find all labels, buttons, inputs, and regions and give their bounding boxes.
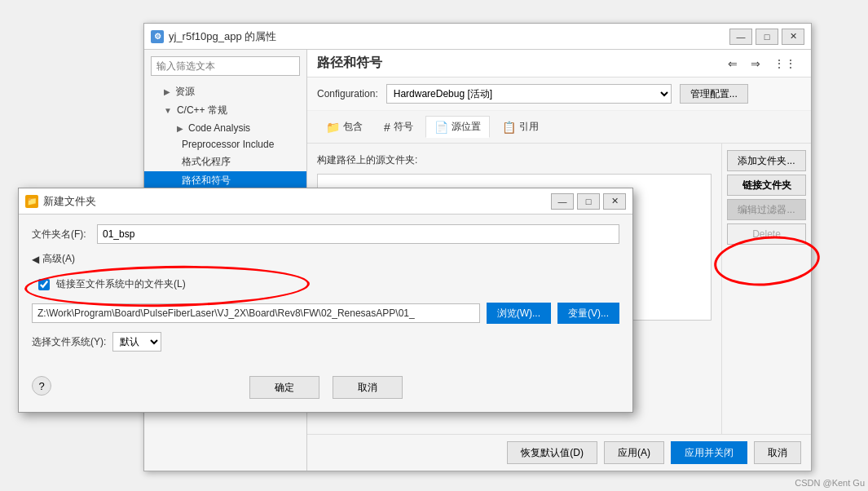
dialog-title-text: 新建文件夹 [43,194,96,209]
folder-name-input[interactable] [97,224,619,244]
tab-source-label: 源位置 [452,120,481,134]
path-row: 浏览(W)... 变量(V)... [32,303,619,324]
browse-btn[interactable]: 浏览(W)... [487,303,551,324]
expand-arrow-cpp: ▼ [164,106,172,115]
advanced-section[interactable]: ◀ 高级(A) [32,252,619,266]
minimize-btn[interactable]: — [729,29,752,45]
link-filesystem-checkbox[interactable] [38,279,50,290]
watermark: CSDN @Kent Gu [795,478,865,488]
props-title-icon: ⚙ [151,30,164,43]
filesystem-label: 选择文件系统(Y): [32,335,106,349]
nav-forward-btn[interactable]: ⇒ [746,55,765,72]
content-header: 路径和符号 ⇐ ⇒ ⋮⋮ [307,50,811,77]
add-folder-btn[interactable]: 添加文件夹... [727,150,806,171]
sidebar-label-code-analysis: Code Analysis [188,122,250,134]
path-input[interactable] [32,303,480,323]
sidebar-item-cpp-common[interactable]: ▼ C/C++ 常规 [144,101,306,120]
help-btn[interactable]: ? [32,376,51,396]
nav-more-btn[interactable]: ⋮⋮ [769,55,801,72]
source-icon: 📄 [434,121,448,134]
config-row: Configuration: HardwareDebug [活动] 管理配置..… [307,77,811,111]
sidebar-label-cpp: C/C++ 常规 [177,104,227,117]
delete-btn[interactable]: Delete [727,223,806,245]
sidebar-label-preprocessor: Preprocessor Include [182,139,274,150]
sidebar-label-path: 路径和符号 [182,174,231,188]
edit-filter-btn[interactable]: 编辑过滤器... [727,199,806,220]
sidebar-item-format[interactable]: 格式化程序 [144,153,306,171]
tab-refs-label: 引用 [519,120,539,134]
window-controls: — □ ✕ [729,29,804,45]
dialog-maximize-btn[interactable]: □ [577,193,600,210]
symbols-icon: # [384,121,390,134]
restore-defaults-btn[interactable]: 恢复默认值(D) [507,441,597,464]
advanced-label: 高级(A) [42,252,75,266]
props-window-title: yj_r5f10pg_app 的属性 [169,29,276,44]
content-title: 路径和符号 [317,55,382,72]
advanced-arrow: ◀ [32,254,39,265]
config-label: Configuration: [317,88,378,100]
tab-symbols[interactable]: # 符号 [375,116,422,138]
cancel-props-btn[interactable]: 取消 [754,441,801,464]
header-nav: ⇐ ⇒ ⋮⋮ [723,55,801,72]
folder-name-label: 文件夹名(F): [32,228,89,241]
checkbox-label: 链接至文件系统中的文件夹(L) [56,277,186,291]
content-right-col: 添加文件夹... 链接文件夹 编辑过滤器... Delete [721,144,811,434]
sidebar-search-container [151,56,300,76]
dialog-cancel-btn[interactable]: 取消 [333,376,403,399]
apply-close-btn[interactable]: 应用并关闭 [671,441,747,464]
tab-source-location[interactable]: 📄 源位置 [425,116,490,138]
props-titlebar: ⚙ yj_r5f10pg_app 的属性 — □ ✕ [144,24,811,50]
sidebar-item-resources[interactable]: ▶ 资源 [144,82,306,101]
dialog-ok-btn[interactable]: 确定 [249,376,319,399]
config-select[interactable]: HardwareDebug [活动] [386,84,672,104]
props-title-left: ⚙ yj_r5f10pg_app 的属性 [151,29,276,44]
checkbox-row: 链接至文件系统中的文件夹(L) [32,274,619,294]
dialog-minimize-btn[interactable]: — [551,193,574,210]
sidebar-label-format: 格式化程序 [182,155,231,169]
apply-btn[interactable]: 应用(A) [604,441,664,464]
tabs-row: 📁 包含 # 符号 📄 源位置 📋 引用 [307,111,811,144]
expand-arrow: ▶ [164,87,170,96]
new-folder-dialog: 📁 新建文件夹 — □ ✕ 文件夹名(F): ◀ 高级(A) 链接至文件系统中的… [18,188,633,413]
tab-includes-label: 包含 [343,120,363,134]
folder-name-row: 文件夹名(F): [32,224,619,244]
dialog-titlebar: 📁 新建文件夹 — □ ✕ [19,188,632,215]
bottom-footer: 恢复默认值(D) 应用(A) 应用并关闭 取消 [307,434,811,471]
source-section-title: 构建路径上的源文件夹: [317,153,712,167]
sidebar-label-resources: 资源 [175,85,195,99]
vars-btn[interactable]: 变量(V)... [557,303,619,324]
tab-references[interactable]: 📋 引用 [493,116,548,138]
dialog-close-btn[interactable]: ✕ [603,193,626,210]
sidebar-item-code-analysis[interactable]: ▶ Code Analysis [144,120,306,136]
dialog-window-controls: — □ ✕ [551,193,626,210]
dialog-footer: ? 确定 取消 [19,369,632,412]
filesystem-row: 选择文件系统(Y): 默认 [32,332,619,352]
nav-back-btn[interactable]: ⇐ [723,55,742,72]
tab-symbols-label: 符号 [394,120,413,134]
expand-arrow-ca: ▶ [177,124,183,133]
refs-icon: 📋 [502,121,516,134]
filesystem-select[interactable]: 默认 [112,332,161,352]
dialog-title: 📁 新建文件夹 [25,194,96,209]
manage-config-btn[interactable]: 管理配置... [680,84,748,104]
dialog-folder-icon: 📁 [25,195,38,208]
link-folder-btn[interactable]: 链接文件夹 [727,175,806,196]
dialog-body: 文件夹名(F): ◀ 高级(A) 链接至文件系统中的文件夹(L) 浏览(W)..… [19,215,632,369]
maximize-btn[interactable]: □ [756,29,778,45]
includes-icon: 📁 [326,121,340,134]
sidebar-item-preprocessor[interactable]: Preprocessor Include [144,136,306,153]
sidebar-search-input[interactable] [151,56,300,76]
tab-includes[interactable]: 📁 包含 [317,116,372,138]
close-btn[interactable]: ✕ [782,29,804,45]
